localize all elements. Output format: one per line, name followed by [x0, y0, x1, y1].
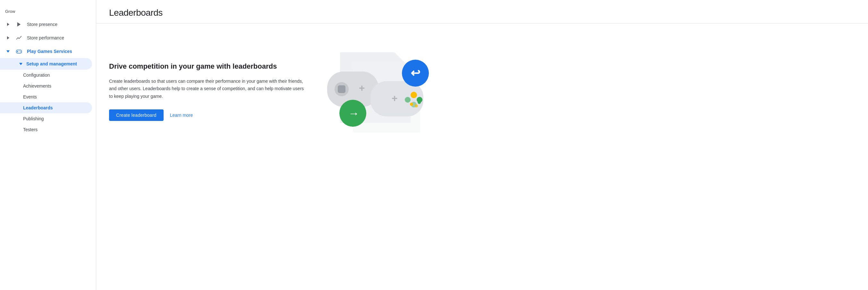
svg-text:+: + — [359, 82, 365, 94]
page-body: Drive competition in your game with lead… — [96, 24, 868, 158]
store-presence-expand-arrow — [5, 22, 11, 27]
configuration-label: Configuration — [23, 72, 50, 77]
sidebar-item-testers[interactable]: Testers — [0, 124, 92, 135]
main-content: Leaderboards Drive competition in your g… — [96, 0, 868, 290]
sidebar-item-store-presence[interactable]: Store presence — [0, 18, 92, 31]
learn-more-link[interactable]: Learn more — [170, 112, 193, 118]
page-title: Leaderboards — [109, 8, 855, 18]
content-description: Create leaderboards so that users can co… — [109, 77, 308, 100]
sidebar-item-configuration[interactable]: Configuration — [0, 70, 92, 80]
sidebar-item-store-performance[interactable]: Store performance — [0, 31, 92, 44]
svg-point-15 — [411, 92, 417, 98]
svg-point-4 — [20, 51, 20, 52]
play-games-services-expand-arrow — [5, 49, 11, 54]
svg-point-24 — [415, 104, 418, 107]
svg-point-23 — [410, 103, 413, 106]
store-performance-label: Store performance — [27, 35, 64, 40]
leaderboards-illustration: + + ↩ → — [321, 43, 430, 145]
svg-rect-11 — [338, 86, 345, 92]
sidebar-item-achievements[interactable]: Achievements — [0, 80, 92, 91]
publishing-label: Publishing — [23, 116, 44, 121]
svg-marker-0 — [17, 22, 21, 27]
leaderboards-label: Leaderboards — [23, 105, 53, 110]
sidebar-item-setup-management[interactable]: Setup and management — [0, 58, 92, 70]
svg-text:+: + — [392, 92, 398, 104]
sidebar-item-events[interactable]: Events — [0, 91, 92, 102]
sidebar: Grow Store presence Store performance — [0, 0, 96, 290]
content-text: Drive competition in your game with lead… — [109, 36, 308, 121]
setup-management-sub-items: Configuration Achievements Events Leader… — [0, 70, 96, 135]
create-leaderboard-button[interactable]: Create leaderboard — [109, 109, 163, 121]
setup-management-expand-arrow — [18, 61, 24, 67]
sidebar-item-publishing[interactable]: Publishing — [0, 113, 92, 124]
sidebar-section-label: Grow — [0, 6, 96, 18]
sidebar-item-play-games-services[interactable]: Play Games Services — [0, 44, 92, 58]
store-presence-label: Store presence — [27, 22, 57, 27]
events-label: Events — [23, 94, 37, 99]
svg-text:↩: ↩ — [411, 66, 420, 79]
play-games-services-label: Play Games Services — [27, 49, 72, 54]
svg-point-5 — [21, 52, 21, 52]
button-row: Create leaderboard Learn more — [109, 109, 308, 121]
gamepad-icon — [16, 48, 23, 55]
illustration: + + ↩ → — [321, 43, 430, 145]
store-performance-expand-arrow — [5, 35, 11, 41]
play-triangle-icon — [16, 21, 23, 28]
testers-label: Testers — [23, 127, 37, 132]
setup-management-label: Setup and management — [26, 61, 77, 66]
svg-text:→: → — [348, 107, 359, 119]
page-header: Leaderboards — [96, 0, 868, 24]
sidebar-item-leaderboards[interactable]: Leaderboards — [0, 102, 92, 113]
svg-point-17 — [405, 97, 411, 103]
svg-point-25 — [417, 101, 421, 104]
trend-icon — [16, 34, 23, 41]
achievements-label: Achievements — [23, 84, 51, 89]
play-games-services-sub-items: Setup and management Configuration Achie… — [0, 58, 96, 135]
content-heading: Drive competition in your game with lead… — [109, 62, 308, 71]
